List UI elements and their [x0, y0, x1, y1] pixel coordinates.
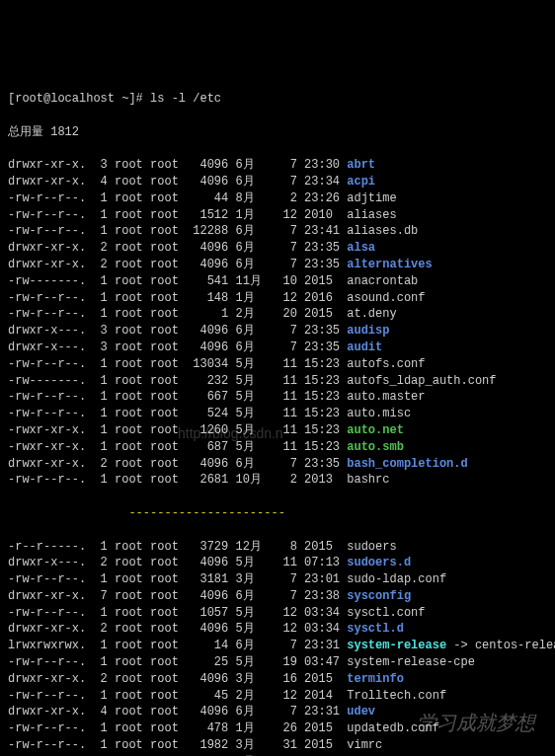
- listing-row: -rw-------. 1 root root 541 11月 10 2015 …: [8, 273, 547, 290]
- file-name: sysconfig: [347, 589, 411, 603]
- file-name: abrt: [347, 158, 375, 172]
- file-name: auto.net: [347, 423, 404, 437]
- file-name: bash_completion.d: [347, 457, 467, 471]
- listing-row: -rw-r--r--. 1 root root 2681 10月 2 2013 …: [8, 472, 547, 489]
- file-name: acpi: [347, 175, 375, 189]
- listing-row: -rw-r--r--. 1 root root 1512 1月 12 2010 …: [8, 207, 547, 224]
- listing-row: drwxr-x---. 2 root root 4096 5月 11 07:13…: [8, 555, 547, 571]
- file-name: sudoers.d: [347, 556, 411, 569]
- file-name: asound.conf: [347, 291, 425, 305]
- listing-bottom: -r--r-----. 1 root root 3729 12月 8 2015 …: [8, 539, 547, 757]
- file-name: at.deny: [347, 307, 396, 321]
- listing-row: drwxr-xr-x. 4 root root 4096 6月 7 23:34 …: [8, 174, 547, 190]
- listing-row: drwxr-xr-x. 2 root root 4096 6月 7 23:35 …: [8, 240, 547, 257]
- listing-row: drwxr-xr-x. 4 root root 4096 6月 7 23:31 …: [8, 704, 547, 720]
- listing-row: -rw-r--r--. 1 root root 524 5月 11 15:23 …: [8, 406, 547, 422]
- file-name: vimrc: [347, 738, 382, 752]
- file-name: alsa: [347, 241, 375, 255]
- file-name: autofs_ldap_auth.conf: [347, 374, 496, 388]
- listing-row: drwxr-x---. 3 root root 4096 6月 7 23:35 …: [8, 323, 547, 340]
- listing-row: -rw-r--r--. 1 root root 478 1月 26 2015 u…: [8, 720, 547, 737]
- file-name: alternatives: [347, 258, 432, 271]
- listing-row: -rw-r--r--. 1 root root 44 8月 2 23:26 ad…: [8, 190, 547, 207]
- file-name: sysctl.d: [347, 622, 404, 636]
- file-name: auto.smb: [347, 440, 404, 454]
- file-name: system-release: [347, 639, 446, 652]
- file-name: sysctl.conf: [347, 606, 425, 620]
- listing-row: -rw-r--r--. 1 root root 13034 5月 11 15:2…: [8, 356, 547, 373]
- listing-row: drwxr-xr-x. 2 root root 4096 6月 7 23:35 …: [8, 257, 547, 273]
- file-name: bashrc: [347, 473, 389, 487]
- listing-row: -rw-r--r--. 1 root root 45 2月 12 2014 Tr…: [8, 688, 547, 705]
- total-line: 总用量 1812: [8, 124, 547, 141]
- listing-row: -rw-r--r--. 1 root root 25 5月 19 03:47 s…: [8, 654, 547, 671]
- listing-row: -rw-r--r--. 1 root root 148 1月 12 2016 a…: [8, 290, 547, 307]
- file-name: adjtime: [347, 191, 396, 205]
- listing-row: -rw-r--r--. 1 root root 1057 5月 12 03:34…: [8, 605, 547, 622]
- file-name: terminfo: [347, 672, 404, 686]
- file-name: anacrontab: [347, 274, 418, 288]
- listing-row: -rw-r--r--. 1 root root 1982 3月 31 2015 …: [8, 737, 547, 754]
- file-name: sudo-ldap.conf: [347, 572, 446, 586]
- listing-row: -rw-r--r--. 1 root root 1 2月 20 2015 at.…: [8, 306, 547, 323]
- file-name: auto.master: [347, 390, 425, 404]
- terminal-output: [root@localhost ~]# ls -l /etc 总用量 1812 …: [8, 74, 547, 756]
- listing-row: -rw-r--r--. 1 root root 667 5月 11 15:23 …: [8, 389, 547, 406]
- listing-row: drwxr-xr-x. 2 root root 4096 3月 16 2015 …: [8, 671, 547, 688]
- file-name: aliases.db: [347, 224, 418, 238]
- file-name: system-release-cpe: [347, 655, 475, 669]
- file-name: aliases: [347, 208, 396, 222]
- listing-row: -rw-------. 1 root root 232 5月 11 15:23 …: [8, 373, 547, 390]
- listing-row: -rwxr-xr-x. 1 root root 687 5月 11 15:23 …: [8, 439, 547, 456]
- file-name: updatedb.conf: [347, 721, 439, 735]
- separator: ----------------------: [8, 505, 547, 522]
- listing-top: drwxr-xr-x. 3 root root 4096 6月 7 23:30 …: [8, 157, 547, 489]
- file-name: audit: [347, 340, 382, 354]
- listing-row: drwxr-xr-x. 2 root root 4096 6月 7 23:35 …: [8, 456, 547, 473]
- file-name: audisp: [347, 324, 389, 338]
- listing-row: drwxr-xr-x. 2 root root 4096 5月 12 03:34…: [8, 621, 547, 638]
- file-name: auto.misc: [347, 407, 411, 420]
- listing-row: -rw-r--r--. 1 root root 3181 3月 7 23:01 …: [8, 571, 547, 588]
- file-name: udev: [347, 705, 375, 718]
- file-name: autofs.conf: [347, 357, 425, 371]
- file-name: sudoers: [347, 540, 396, 554]
- listing-row: drwxr-x---. 3 root root 4096 6月 7 23:35 …: [8, 340, 547, 356]
- file-name: Trolltech.conf: [347, 689, 446, 703]
- listing-row: drwxr-xr-x. 3 root root 4096 6月 7 23:30 …: [8, 157, 547, 174]
- listing-row: lrwxrwxrwx. 1 root root 14 6月 7 23:31 sy…: [8, 638, 547, 654]
- command-line: [root@localhost ~]# ls -l /etc: [8, 91, 547, 108]
- listing-row: -rw-r--r--. 1 root root 12288 6月 7 23:41…: [8, 223, 547, 240]
- listing-row: -rwxr-xr-x. 1 root root 1260 5月 11 15:23…: [8, 422, 547, 439]
- listing-row: -r--r-----. 1 root root 3729 12月 8 2015 …: [8, 539, 547, 556]
- listing-row: drwxr-xr-x. 7 root root 4096 6月 7 23:38 …: [8, 588, 547, 605]
